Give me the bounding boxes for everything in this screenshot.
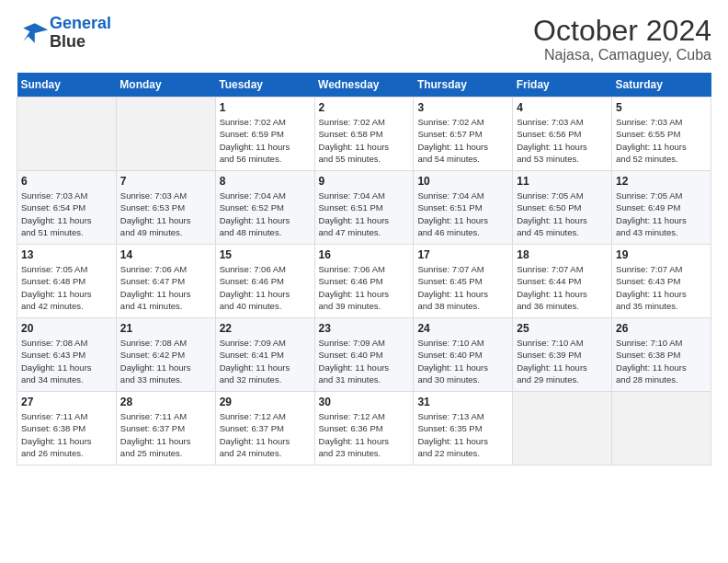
- day-number: 19: [616, 248, 707, 261]
- day-info: Sunrise: 7:05 AMSunset: 6:49 PMDaylight:…: [616, 190, 707, 238]
- calendar-cell: 22Sunrise: 7:09 AMSunset: 6:41 PMDayligh…: [215, 318, 314, 392]
- calendar-cell: 25Sunrise: 7:10 AMSunset: 6:39 PMDayligh…: [513, 318, 612, 392]
- calendar-cell: 13Sunrise: 7:05 AMSunset: 6:48 PMDayligh…: [17, 245, 117, 318]
- calendar-cell: 21Sunrise: 7:08 AMSunset: 6:42 PMDayligh…: [116, 318, 215, 392]
- calendar-cell: 11Sunrise: 7:05 AMSunset: 6:50 PMDayligh…: [513, 171, 612, 245]
- dow-header-tuesday: Tuesday: [215, 73, 314, 98]
- day-number: 22: [220, 322, 311, 335]
- svg-marker-0: [23, 23, 48, 43]
- day-number: 3: [417, 101, 508, 114]
- day-number: 21: [120, 322, 211, 335]
- calendar-cell: 29Sunrise: 7:12 AMSunset: 6:37 PMDayligh…: [215, 392, 314, 465]
- calendar-cell: [17, 98, 117, 171]
- calendar-cell: 30Sunrise: 7:12 AMSunset: 6:36 PMDayligh…: [314, 392, 414, 465]
- page: General Blue October 2024 Najasa, Camagu…: [0, 0, 728, 563]
- day-info: Sunrise: 7:08 AMSunset: 6:42 PMDaylight:…: [120, 337, 211, 385]
- day-number: 7: [120, 175, 211, 188]
- day-number: 13: [21, 248, 112, 261]
- calendar-table: SundayMondayTuesdayWednesdayThursdayFrid…: [17, 73, 711, 465]
- day-info: Sunrise: 7:03 AMSunset: 6:56 PMDaylight:…: [517, 116, 608, 165]
- day-number: 2: [319, 101, 410, 114]
- day-info: Sunrise: 7:13 AMSunset: 6:35 PMDaylight:…: [417, 410, 508, 459]
- day-info: Sunrise: 7:04 AMSunset: 6:51 PMDaylight:…: [417, 190, 508, 238]
- day-number: 15: [220, 248, 311, 261]
- day-info: Sunrise: 7:07 AMSunset: 6:43 PMDaylight:…: [616, 263, 707, 312]
- subtitle: Najasa, Camaguey, Cuba: [533, 47, 711, 63]
- title-block: October 2024 Najasa, Camaguey, Cuba: [533, 15, 711, 63]
- dow-header-sunday: Sunday: [17, 73, 117, 98]
- day-number: 26: [616, 322, 707, 335]
- day-info: Sunrise: 7:02 AMSunset: 6:58 PMDaylight:…: [319, 116, 410, 165]
- day-info: Sunrise: 7:10 AMSunset: 6:40 PMDaylight:…: [417, 337, 508, 385]
- dow-header-friday: Friday: [513, 73, 612, 98]
- day-number: 17: [417, 248, 508, 261]
- calendar-cell: 3Sunrise: 7:02 AMSunset: 6:57 PMDaylight…: [414, 98, 513, 171]
- day-number: 11: [517, 175, 608, 188]
- day-number: 29: [220, 396, 311, 408]
- calendar-cell: 15Sunrise: 7:06 AMSunset: 6:46 PMDayligh…: [215, 245, 314, 318]
- day-info: Sunrise: 7:06 AMSunset: 6:47 PMDaylight:…: [120, 263, 211, 312]
- calendar-cell: 4Sunrise: 7:03 AMSunset: 6:56 PMDaylight…: [513, 98, 612, 171]
- day-info: Sunrise: 7:09 AMSunset: 6:40 PMDaylight:…: [319, 337, 410, 385]
- day-number: 31: [417, 396, 508, 408]
- day-number: 23: [319, 322, 410, 335]
- day-info: Sunrise: 7:04 AMSunset: 6:52 PMDaylight:…: [220, 190, 311, 238]
- day-info: Sunrise: 7:07 AMSunset: 6:45 PMDaylight:…: [417, 263, 508, 312]
- calendar-cell: 19Sunrise: 7:07 AMSunset: 6:43 PMDayligh…: [612, 245, 711, 318]
- calendar-cell: 1Sunrise: 7:02 AMSunset: 6:59 PMDaylight…: [215, 98, 314, 171]
- calendar-cell: [116, 98, 215, 171]
- day-number: 8: [220, 175, 311, 188]
- day-number: 14: [120, 248, 211, 261]
- day-number: 1: [220, 101, 311, 114]
- day-info: Sunrise: 7:11 AMSunset: 6:38 PMDaylight:…: [21, 410, 112, 459]
- calendar-cell: 23Sunrise: 7:09 AMSunset: 6:40 PMDayligh…: [314, 318, 414, 392]
- day-info: Sunrise: 7:11 AMSunset: 6:37 PMDaylight:…: [120, 410, 211, 459]
- dow-header-wednesday: Wednesday: [314, 73, 414, 98]
- day-number: 9: [319, 175, 410, 188]
- day-info: Sunrise: 7:05 AMSunset: 6:50 PMDaylight:…: [517, 190, 608, 238]
- day-number: 12: [616, 175, 707, 188]
- day-info: Sunrise: 7:09 AMSunset: 6:41 PMDaylight:…: [220, 337, 311, 385]
- day-info: Sunrise: 7:06 AMSunset: 6:46 PMDaylight:…: [220, 263, 311, 312]
- calendar-cell: 12Sunrise: 7:05 AMSunset: 6:49 PMDayligh…: [612, 171, 711, 245]
- logo: General Blue: [17, 15, 111, 52]
- day-info: Sunrise: 7:03 AMSunset: 6:53 PMDaylight:…: [120, 190, 211, 238]
- calendar-cell: 16Sunrise: 7:06 AMSunset: 6:46 PMDayligh…: [314, 245, 414, 318]
- logo-bird-icon: [17, 17, 50, 50]
- day-number: 6: [21, 175, 112, 188]
- day-info: Sunrise: 7:05 AMSunset: 6:48 PMDaylight:…: [21, 263, 112, 312]
- dow-header-thursday: Thursday: [414, 73, 513, 98]
- calendar-cell: 8Sunrise: 7:04 AMSunset: 6:52 PMDaylight…: [215, 171, 314, 245]
- day-info: Sunrise: 7:04 AMSunset: 6:51 PMDaylight:…: [319, 190, 410, 238]
- calendar-cell: 28Sunrise: 7:11 AMSunset: 6:37 PMDayligh…: [116, 392, 215, 465]
- calendar-cell: 9Sunrise: 7:04 AMSunset: 6:51 PMDaylight…: [314, 171, 414, 245]
- day-number: 27: [21, 396, 112, 408]
- day-info: Sunrise: 7:02 AMSunset: 6:57 PMDaylight:…: [417, 116, 508, 165]
- calendar-cell: 18Sunrise: 7:07 AMSunset: 6:44 PMDayligh…: [513, 245, 612, 318]
- day-info: Sunrise: 7:10 AMSunset: 6:38 PMDaylight:…: [616, 337, 707, 385]
- main-title: October 2024: [533, 15, 711, 47]
- calendar-cell: [513, 392, 612, 465]
- calendar-cell: 31Sunrise: 7:13 AMSunset: 6:35 PMDayligh…: [414, 392, 513, 465]
- day-number: 4: [517, 101, 608, 114]
- header: General Blue October 2024 Najasa, Camagu…: [17, 15, 711, 63]
- day-info: Sunrise: 7:10 AMSunset: 6:39 PMDaylight:…: [517, 337, 608, 385]
- calendar-cell: 2Sunrise: 7:02 AMSunset: 6:58 PMDaylight…: [314, 98, 414, 171]
- day-info: Sunrise: 7:12 AMSunset: 6:37 PMDaylight:…: [220, 410, 311, 459]
- day-number: 20: [21, 322, 112, 335]
- day-info: Sunrise: 7:03 AMSunset: 6:54 PMDaylight:…: [21, 190, 112, 238]
- calendar-cell: 27Sunrise: 7:11 AMSunset: 6:38 PMDayligh…: [17, 392, 117, 465]
- calendar-cell: 26Sunrise: 7:10 AMSunset: 6:38 PMDayligh…: [612, 318, 711, 392]
- calendar-cell: 7Sunrise: 7:03 AMSunset: 6:53 PMDaylight…: [116, 171, 215, 245]
- day-number: 24: [417, 322, 508, 335]
- calendar-cell: 20Sunrise: 7:08 AMSunset: 6:43 PMDayligh…: [17, 318, 117, 392]
- day-info: Sunrise: 7:08 AMSunset: 6:43 PMDaylight:…: [21, 337, 112, 385]
- day-number: 25: [517, 322, 608, 335]
- day-info: Sunrise: 7:02 AMSunset: 6:59 PMDaylight:…: [220, 116, 311, 165]
- day-number: 16: [319, 248, 410, 261]
- day-info: Sunrise: 7:03 AMSunset: 6:55 PMDaylight:…: [616, 116, 707, 165]
- calendar-cell: 24Sunrise: 7:10 AMSunset: 6:40 PMDayligh…: [414, 318, 513, 392]
- calendar-cell: 6Sunrise: 7:03 AMSunset: 6:54 PMDaylight…: [17, 171, 117, 245]
- logo-text: General Blue: [50, 15, 111, 52]
- calendar-cell: 5Sunrise: 7:03 AMSunset: 6:55 PMDaylight…: [612, 98, 711, 171]
